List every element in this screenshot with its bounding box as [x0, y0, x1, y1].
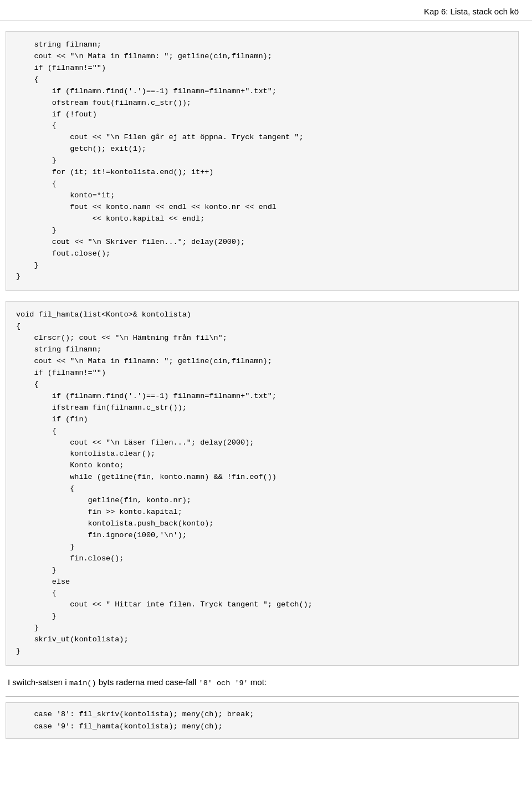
bottom-code-text: case '8': fil_skriv(kontolista); meny(ch… [16, 710, 254, 731]
page-header: Kap 6: Lista, stack och kö [0, 0, 532, 21]
header-title: Kap 6: Lista, stack och kö [424, 7, 519, 16]
bottom-code-block: case '8': fil_skriv(kontolista); meny(ch… [6, 702, 519, 739]
prose-text-before: I switch-satsen i [8, 677, 69, 687]
prose-paragraph: I switch-satsen i main() byts raderna me… [6, 676, 519, 690]
prose-text-middle: byts raderna med case-fall [96, 677, 198, 687]
prose-case-refs: '8' och '9' [199, 679, 248, 687]
section-divider [6, 696, 519, 697]
code-block-1: string filnamn; cout << "\n Mata in filn… [6, 31, 519, 291]
prose-main-func: main() [69, 679, 96, 687]
code-text-2: void fil_hamta(list<Konto>& kontolista) … [16, 310, 313, 655]
code-text-1: string filnamn; cout << "\n Mata in filn… [16, 40, 303, 280]
code-block-2: void fil_hamta(list<Konto>& kontolista) … [6, 301, 519, 666]
prose-text-after: mot: [248, 677, 267, 687]
